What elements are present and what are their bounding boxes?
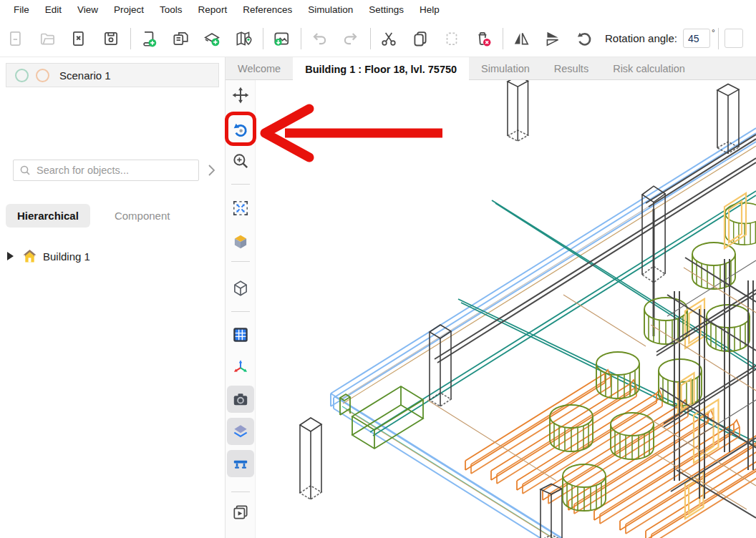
- menu-bar: File Edit View Project Tools Report Refe…: [0, 0, 756, 20]
- tree-view-tabs: Hierarchical Component: [6, 202, 181, 228]
- cut-icon[interactable]: [377, 26, 401, 51]
- application-window: File Edit View Project Tools Report Refe…: [0, 0, 756, 538]
- toolbar-separator: [301, 28, 301, 49]
- tool-separator: [231, 261, 250, 262]
- move-icon: [231, 86, 250, 104]
- scenario-label: Scenario 1: [59, 69, 111, 82]
- rotation-angle-label: Rotation angle:: [605, 32, 677, 44]
- delete-icon[interactable]: [471, 26, 495, 51]
- redo-icon[interactable]: [339, 26, 363, 51]
- grid-icon: [231, 326, 250, 344]
- duplicate-scenario-icon[interactable]: [168, 26, 193, 51]
- pallet-racks: [465, 370, 756, 538]
- scenario-status-circle-peach: [36, 69, 49, 82]
- fit-to-view-icon: [231, 199, 250, 217]
- mirror-vertical-icon[interactable]: [541, 26, 565, 51]
- menu-help[interactable]: Help: [412, 0, 447, 20]
- copy-icon[interactable]: [408, 26, 432, 51]
- import-image-icon[interactable]: [269, 26, 294, 51]
- main-toolbar: Rotation angle: °: [0, 20, 756, 57]
- toolbar-separator: [718, 28, 719, 49]
- building-icon: [22, 249, 37, 263]
- interior-walls: [370, 191, 756, 446]
- scenario-status-circle-teal: [15, 69, 29, 82]
- rotate-icon: [231, 120, 250, 139]
- layers-icon: [231, 422, 250, 441]
- zoom-in-icon: [231, 152, 250, 170]
- add-plan-icon[interactable]: [200, 26, 224, 51]
- viewport-canvas: [256, 80, 756, 538]
- open-project-icon[interactable]: [36, 26, 60, 51]
- solid-cube-icon: [231, 233, 250, 251]
- new-document-icon[interactable]: [4, 26, 29, 51]
- search-expand-chevron[interactable]: [204, 162, 218, 179]
- zoom-tool-button[interactable]: [228, 148, 253, 174]
- toolbar-separator: [263, 28, 263, 49]
- tab-simulation[interactable]: Simulation: [469, 57, 542, 80]
- menu-settings[interactable]: Settings: [361, 0, 412, 20]
- viewport-3d[interactable]: [256, 80, 756, 538]
- menu-file[interactable]: File: [6, 0, 37, 20]
- axes-toggle-button[interactable]: [228, 354, 253, 380]
- axes-icon: [231, 358, 250, 376]
- document-tab-bar: Welcome Building 1 : Floor 18, lvl. 7575…: [226, 57, 756, 80]
- structural-beams: [435, 134, 756, 363]
- menu-tools[interactable]: Tools: [152, 0, 190, 20]
- tab-results[interactable]: Results: [542, 57, 601, 80]
- menu-simulation[interactable]: Simulation: [300, 0, 361, 20]
- save-icon[interactable]: [99, 26, 123, 51]
- rotation-angle-input[interactable]: [683, 29, 710, 48]
- move-tool-button[interactable]: [228, 82, 253, 108]
- undo-icon[interactable]: [307, 26, 331, 51]
- menu-project[interactable]: Project: [106, 0, 152, 20]
- menu-view[interactable]: View: [69, 0, 106, 20]
- mirror-horizontal-icon[interactable]: [509, 26, 533, 51]
- map-location-icon[interactable]: [231, 26, 256, 51]
- tab-risk-calculation[interactable]: Risk calculation: [601, 57, 697, 80]
- expander-icon[interactable]: [7, 252, 14, 260]
- tab-welcome[interactable]: Welcome: [226, 57, 293, 80]
- toolbar-separator: [130, 28, 131, 49]
- wireframe-cube-icon: [231, 279, 250, 298]
- scenario-sidebar: Scenario 1 Hierarchical Component Buildi…: [0, 57, 226, 538]
- toolbar-input-partial[interactable]: [724, 29, 743, 48]
- toolbar-separator: [503, 28, 503, 49]
- table-icon: [231, 454, 250, 473]
- search-input[interactable]: [37, 165, 193, 176]
- degree-symbol: °: [712, 28, 715, 38]
- tab-building-floor[interactable]: Building 1 : Floor 18, lvl. 75750: [293, 57, 469, 81]
- search-icon: [19, 165, 31, 176]
- layers-button[interactable]: [227, 418, 254, 445]
- chevron-right-icon: [208, 164, 215, 177]
- scenario-item[interactable]: Scenario 1: [6, 63, 219, 87]
- wireframe-view-button[interactable]: [228, 275, 253, 301]
- menu-edit[interactable]: Edit: [37, 0, 69, 20]
- rotate-selection-icon[interactable]: [572, 26, 596, 51]
- rotate-tool-button[interactable]: [228, 117, 253, 142]
- fit-to-view-button[interactable]: [228, 195, 253, 221]
- furniture-button[interactable]: [227, 450, 254, 477]
- close-document-icon[interactable]: [67, 26, 92, 51]
- tool-separator: [231, 184, 250, 185]
- tree-item-building[interactable]: Building 1: [0, 245, 226, 267]
- camera-icon: [231, 390, 250, 409]
- tab-hierarchical[interactable]: Hierarchical: [6, 204, 90, 228]
- copy-view-button[interactable]: [228, 499, 253, 525]
- menu-references[interactable]: References: [235, 0, 300, 20]
- add-scenario-icon[interactable]: [137, 26, 161, 51]
- grid-toggle-button[interactable]: [228, 322, 253, 348]
- copy-view-icon: [231, 503, 250, 522]
- tab-component[interactable]: Component: [103, 204, 182, 228]
- toolbar-separator: [370, 28, 371, 49]
- screenshot-button[interactable]: [227, 386, 254, 413]
- menu-report[interactable]: Report: [190, 0, 236, 20]
- tool-separator: [231, 491, 250, 492]
- object-search[interactable]: [13, 160, 199, 181]
- paste-icon[interactable]: [440, 26, 464, 51]
- solid-view-button[interactable]: [228, 229, 253, 255]
- tool-separator: [231, 311, 250, 312]
- tree-item-label: Building 1: [43, 250, 90, 263]
